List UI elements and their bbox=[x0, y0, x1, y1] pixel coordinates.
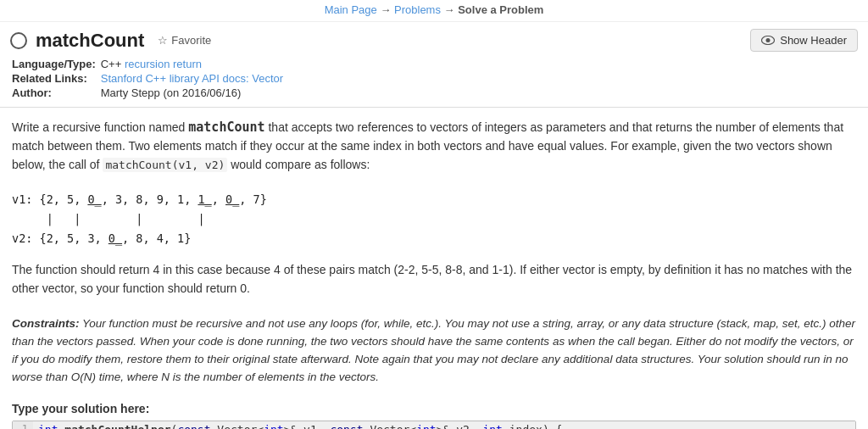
pipes-line: | | | | bbox=[12, 209, 856, 229]
related-value: Stanford C++ library API docs: Vector bbox=[101, 71, 288, 86]
line-num-1: 1 bbox=[13, 421, 33, 430]
function-name-bold: matchCount bbox=[188, 120, 264, 135]
constraints-label: Constraints: bbox=[12, 317, 80, 330]
description-paragraph: Write a recursive function named matchCo… bbox=[12, 118, 856, 175]
constraints-block: Constraints: Your function must be recur… bbox=[0, 310, 868, 395]
meta-author-row: Author: Marty Stepp (on 2016/06/16) bbox=[12, 86, 288, 100]
circle-icon bbox=[10, 32, 27, 49]
result-text: The function should return 4 in this cas… bbox=[12, 261, 856, 298]
related-label: Related Links: bbox=[12, 71, 101, 86]
author-value: Marty Stepp (on 2016/06/16) bbox=[101, 86, 288, 100]
current-page: Solve a Problem bbox=[458, 3, 543, 16]
favorite-button[interactable]: ☆ Favorite bbox=[153, 32, 216, 48]
description: Write a recursive function named matchCo… bbox=[0, 111, 868, 187]
favorite-label: Favorite bbox=[171, 34, 211, 47]
meta-section: Language/Type: C++ recursion return Rela… bbox=[0, 57, 868, 107]
code-line-1[interactable]: 1 int matchCountHelper(const Vector<int>… bbox=[13, 421, 855, 430]
show-header-button[interactable]: Show Header bbox=[750, 29, 858, 52]
desc-intro: Write a recursive function named bbox=[12, 120, 188, 134]
eye-icon bbox=[761, 36, 775, 45]
divider bbox=[0, 107, 868, 108]
language-text: C++ bbox=[101, 58, 122, 70]
code-section-label: Type your solution here: bbox=[12, 402, 856, 415]
meta-language-row: Language/Type: C++ recursion return bbox=[12, 57, 288, 71]
svg-point-1 bbox=[766, 38, 771, 42]
problem-title: matchCount bbox=[36, 30, 144, 52]
author-label: Author: bbox=[12, 86, 101, 100]
top-nav: Main Page → Problems → Solve a Problem bbox=[0, 0, 868, 22]
code-section: Type your solution here: 1 int matchCoun… bbox=[0, 395, 868, 430]
v2-line: v2: {2, 5, 3, 0̲, 8, 4, 1} bbox=[12, 229, 856, 248]
related-link[interactable]: Stanford C++ library API docs: Vector bbox=[101, 72, 283, 85]
constraints-text: Your function must be recursive and not … bbox=[12, 317, 855, 383]
problems-link[interactable]: Problems bbox=[394, 3, 441, 16]
meta-related-row: Related Links: Stanford C++ library API … bbox=[12, 71, 288, 86]
code-editor[interactable]: 1 int matchCountHelper(const Vector<int>… bbox=[12, 421, 856, 430]
v1-line: v1: {2, 5, 0̲, 3, 8, 9, 1, 1̲, 0̲, 7} bbox=[12, 190, 856, 209]
main-page-link[interactable]: Main Page bbox=[325, 3, 377, 16]
title-area: matchCount ☆ Favorite bbox=[10, 30, 216, 52]
return-link[interactable]: return bbox=[173, 58, 202, 70]
result-paragraph: The function should return 4 in this cas… bbox=[0, 254, 868, 309]
language-label: Language/Type: bbox=[12, 57, 101, 71]
recursion-link[interactable]: recursion bbox=[125, 58, 170, 70]
line-content-1: int matchCountHelper(const Vector<int>& … bbox=[33, 421, 855, 430]
nav-separator-2: → bbox=[444, 3, 455, 16]
show-header-label: Show Header bbox=[780, 34, 847, 47]
star-icon: ☆ bbox=[158, 34, 168, 47]
call-example: matchCount(v1, v2) bbox=[103, 158, 227, 172]
vectors-block: v1: {2, 5, 0̲, 3, 8, 9, 1, 1̲, 0̲, 7} | … bbox=[0, 187, 868, 255]
language-value: C++ recursion return bbox=[101, 57, 288, 71]
nav-separator-1: → bbox=[380, 3, 391, 16]
desc-rest2: would compare as follows: bbox=[227, 158, 370, 171]
header-bar: matchCount ☆ Favorite Show Header bbox=[0, 22, 868, 57]
